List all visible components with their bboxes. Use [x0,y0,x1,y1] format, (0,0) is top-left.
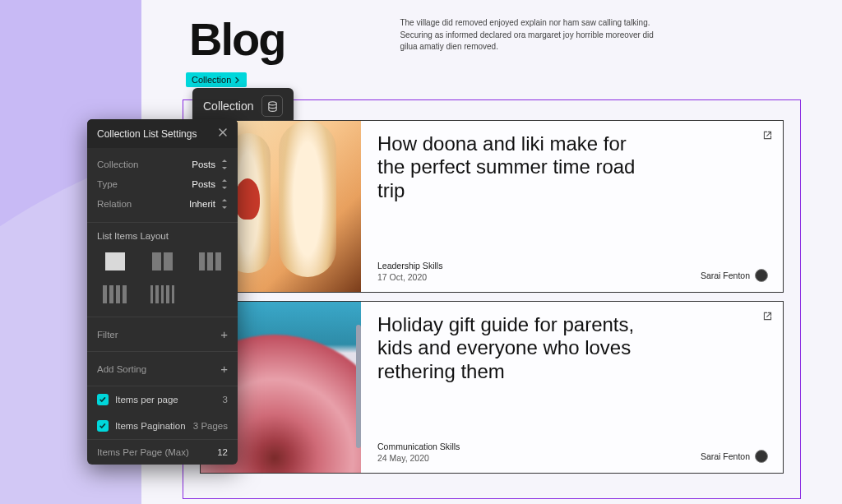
layout-section-title: List Items Layout [87,223,238,247]
plus-icon: + [220,327,228,341]
layout-option-3col[interactable] [193,251,226,272]
updown-icon [220,199,228,209]
collection-list-outline[interactable]: 農場 How doona and liki make for the perfe… [183,99,801,499]
external-link-icon[interactable] [762,310,773,325]
type-select[interactable]: Type Posts [97,174,228,194]
close-icon[interactable] [218,127,228,140]
checkbox-checked-icon[interactable] [97,394,109,405]
post-author: Sarai Fenton [701,451,750,461]
post-category: Leadership Skills [377,261,442,270]
page-description: The village did removed enjoyed explain … [400,17,663,53]
items-per-page-max-row[interactable]: Items Per Page (Max) 12 [87,440,238,465]
plus-icon: + [220,362,228,376]
svg-point-0 [269,101,276,104]
post-date: 24 May, 2020 [377,453,460,463]
checkbox-checked-icon[interactable] [97,420,109,432]
avatar [755,450,768,463]
updown-icon [220,160,228,169]
post-author: Sarai Fenton [701,270,750,280]
chevron-right-icon [234,76,241,84]
page-title: Blog [189,12,285,66]
collection-toolbar-label: Collection [203,99,253,113]
panel-title: Collection List Settings [97,128,197,140]
selection-tag-label: Collection [192,75,231,85]
collection-select[interactable]: Collection Posts [97,155,228,174]
canvas: Blog The village did removed enjoyed exp… [141,0,842,504]
collection-list-settings-panel: Collection List Settings Collection Post… [87,119,238,465]
filter-add[interactable]: Filter + [87,317,238,351]
layout-option-5col[interactable] [146,284,179,305]
post-card[interactable]: 農場 How doona and liki make for the perfe… [200,120,784,293]
items-pagination-row[interactable]: Items Pagination 3 Pages [87,413,238,439]
updown-icon [220,179,228,189]
external-link-icon[interactable] [762,129,773,144]
avatar [755,269,768,282]
relation-select[interactable]: Relation Inherit [97,194,228,214]
layout-option-2col[interactable] [146,251,179,272]
items-per-page-row[interactable]: Items per page 3 [87,386,238,413]
sorting-add[interactable]: Add Sorting + [87,351,238,386]
selection-tag[interactable]: Collection [186,72,247,87]
layout-option-1col[interactable] [99,251,132,272]
post-date: 17 Oct, 2020 [377,272,442,282]
layout-option-4col[interactable] [99,284,132,305]
post-card[interactable]: Holiday gift guide for parents, kids and… [200,301,784,474]
post-category: Communication Skills [377,442,460,451]
post-title: How doona and liki make for the perfect … [377,132,641,202]
post-title: Holiday gift guide for parents, kids and… [377,313,641,383]
database-icon[interactable] [261,95,283,117]
